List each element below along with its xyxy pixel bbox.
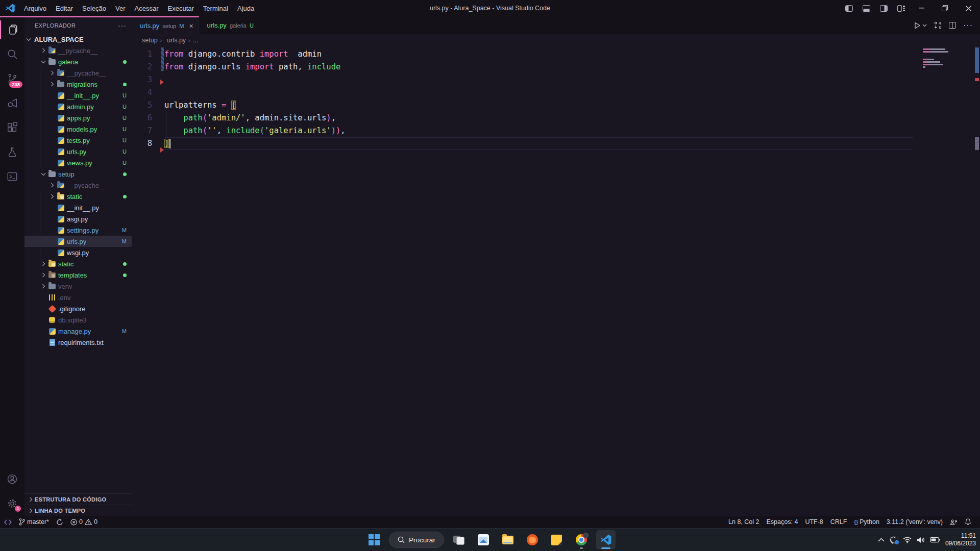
taskbar-search[interactable]: Procurar xyxy=(389,532,444,548)
code-line-5[interactable]: 5urlpatterns = [ xyxy=(132,99,980,112)
sync-changes-button[interactable] xyxy=(53,516,67,528)
customize-layout-icon[interactable] xyxy=(892,0,910,16)
more-actions-icon[interactable]: ··· xyxy=(963,21,973,30)
section-estrutura-do-co-digo[interactable]: ESTRUTURA DO CÓDIGO xyxy=(24,493,132,505)
activity-terminal-icon[interactable] xyxy=(0,164,24,189)
split-editor-icon[interactable] xyxy=(949,22,956,29)
photos-app-button[interactable] xyxy=(474,530,493,549)
tree-item--pycache-[interactable]: __pycache__ xyxy=(24,45,132,56)
breadcrumb[interactable]: setup›urls.py›... xyxy=(132,34,980,46)
menu-ver[interactable]: Ver xyxy=(111,3,130,14)
activity-extensions-icon[interactable] xyxy=(0,115,24,140)
code-line-4[interactable]: 4 xyxy=(132,86,980,99)
status-python-interpreter[interactable]: 3.11.2 ('venv': venv) xyxy=(883,516,946,528)
tree-item-requiriments-txt[interactable]: requiriments.txt xyxy=(24,337,132,348)
activity-settings-gear-icon[interactable]: 1 xyxy=(0,491,24,516)
menu-terminal[interactable]: Terminal xyxy=(199,3,233,14)
code-line-2[interactable]: 2from django.urls import path, include xyxy=(132,61,980,73)
problems-status[interactable]: 0 0 xyxy=(67,516,101,528)
tree-item-galeria[interactable]: galeria xyxy=(24,56,132,67)
notifications-bell-icon[interactable] xyxy=(961,516,975,528)
open-changes-icon[interactable] xyxy=(934,21,942,29)
close-button[interactable] xyxy=(957,0,980,16)
tree-item--init-py[interactable]: __init__.py xyxy=(24,202,132,213)
restore-button[interactable] xyxy=(933,0,957,16)
tree-item-manage-py[interactable]: manage.pyM xyxy=(24,325,132,337)
code-line-8[interactable]: 8] xyxy=(132,137,980,150)
tree-item-apps-py[interactable]: apps.pyU xyxy=(24,112,132,123)
git-branch-status[interactable]: master* xyxy=(15,516,53,528)
tree-item-models-py[interactable]: models.pyU xyxy=(24,123,132,135)
activity-testing-icon[interactable] xyxy=(0,140,24,164)
tree-item-venv[interactable]: venv xyxy=(24,281,132,292)
start-button[interactable] xyxy=(364,530,384,549)
onedrive-sync-icon[interactable] xyxy=(890,536,898,544)
run-python-file-button[interactable] xyxy=(914,22,927,29)
tree-item--pycache-[interactable]: __pycache__ xyxy=(24,180,132,191)
breadcrumb-item[interactable]: setup xyxy=(142,37,158,44)
tree-item-templates[interactable]: templates xyxy=(24,269,132,281)
status-eol[interactable]: CRLF xyxy=(827,516,851,528)
task-view-button[interactable] xyxy=(449,530,469,549)
activity-explorer-icon[interactable] xyxy=(0,17,24,42)
tab-urls-py-setup[interactable]: urls.pysetupM× xyxy=(132,16,199,34)
menu-selecao[interactable]: Seleção xyxy=(78,3,111,14)
wifi-icon[interactable] xyxy=(903,537,912,543)
tab-close-icon[interactable]: × xyxy=(189,22,193,30)
breadcrumb-item[interactable]: ... xyxy=(193,37,198,44)
menu-arquivo[interactable]: Arquivo xyxy=(19,3,51,14)
code-line-1[interactable]: 1from django.contrib import admin xyxy=(132,48,980,61)
feedback-icon[interactable] xyxy=(946,516,961,528)
tree-item--gitignore[interactable]: .gitignore xyxy=(24,303,132,314)
toggle-secondary-sidebar-icon[interactable] xyxy=(875,0,892,16)
menu-ajuda[interactable]: Ajuda xyxy=(233,3,259,14)
menu-executar[interactable]: Executar xyxy=(163,3,199,14)
vscode-taskbar-button[interactable] xyxy=(596,530,616,549)
status-indentation[interactable]: Espaços: 4 xyxy=(763,516,802,528)
tree-item-tests-py[interactable]: tests.pyU xyxy=(24,135,132,146)
tree-item-db-sqlite3[interactable]: db.sqlite3 xyxy=(24,314,132,325)
code-line-3[interactable]: 3 xyxy=(132,73,980,86)
status-language-mode[interactable]: { }Python xyxy=(850,516,883,528)
tree-item-urls-py[interactable]: urls.pyM xyxy=(24,236,132,247)
tree-item-asgi-py[interactable]: asgi.py xyxy=(24,213,132,224)
explorer-more-actions-icon[interactable]: ··· xyxy=(118,21,127,30)
tree-item-urls-py[interactable]: urls.pyU xyxy=(24,146,132,157)
code-line-7[interactable]: 7 path('', include('galeria.urls')), xyxy=(132,124,980,137)
chrome-button[interactable] xyxy=(572,530,591,549)
sticky-notes-button[interactable] xyxy=(547,530,567,549)
toggle-sidebar-icon[interactable] xyxy=(840,0,857,16)
tree-item-views-py[interactable]: views.pyU xyxy=(24,157,132,168)
tree-root-alura-space[interactable]: ALURA_SPACE xyxy=(24,34,132,45)
volume-icon[interactable] xyxy=(917,537,925,543)
menu-acessar[interactable]: Acessar xyxy=(130,3,163,14)
tree-item-admin-py[interactable]: admin.pyU xyxy=(24,101,132,112)
tree-item-settings-py[interactable]: settings.pyM xyxy=(24,224,132,236)
activity-run-and-debug-icon[interactable] xyxy=(0,91,24,115)
tree-item-migrations[interactable]: migrations xyxy=(24,79,132,90)
breadcrumb-item[interactable]: urls.py xyxy=(167,37,186,44)
status-encoding[interactable]: UTF-8 xyxy=(801,516,826,528)
tray-chevron-icon[interactable] xyxy=(878,538,885,542)
status-cursor-position[interactable]: Ln 8, Col 2 xyxy=(725,516,763,528)
remote-indicator-icon[interactable] xyxy=(0,516,15,528)
toggle-panel-icon[interactable] xyxy=(857,0,875,16)
minimap[interactable] xyxy=(923,48,947,69)
tree-item--init-py[interactable]: __init__.pyU xyxy=(24,90,132,101)
orange-app-button[interactable] xyxy=(523,530,542,549)
tree-item--pycache-[interactable]: __pycache__ xyxy=(24,67,132,79)
battery-icon[interactable] xyxy=(930,537,940,543)
code-editor[interactable]: 1from django.contrib import admin2from d… xyxy=(132,46,980,516)
file-explorer-button[interactable] xyxy=(498,530,518,549)
tree-item-static[interactable]: static xyxy=(24,191,132,202)
tab-urls-py-galeria[interactable]: urls.pygaleriaU xyxy=(199,16,259,34)
minimize-button[interactable] xyxy=(910,0,933,16)
tree-item-wsgi-py[interactable]: wsgi.py xyxy=(24,247,132,258)
activity-search-icon[interactable] xyxy=(0,42,24,66)
menu-editar[interactable]: Editar xyxy=(51,3,78,14)
tree-item-setup[interactable]: setup xyxy=(24,168,132,180)
code-line-6[interactable]: 6 path('admin/', admin.site.urls), xyxy=(132,112,980,124)
activity-source-control-icon[interactable]: 238 xyxy=(0,66,24,91)
activity-account-icon[interactable] xyxy=(0,467,24,491)
tree-item-static[interactable]: static xyxy=(24,258,132,269)
